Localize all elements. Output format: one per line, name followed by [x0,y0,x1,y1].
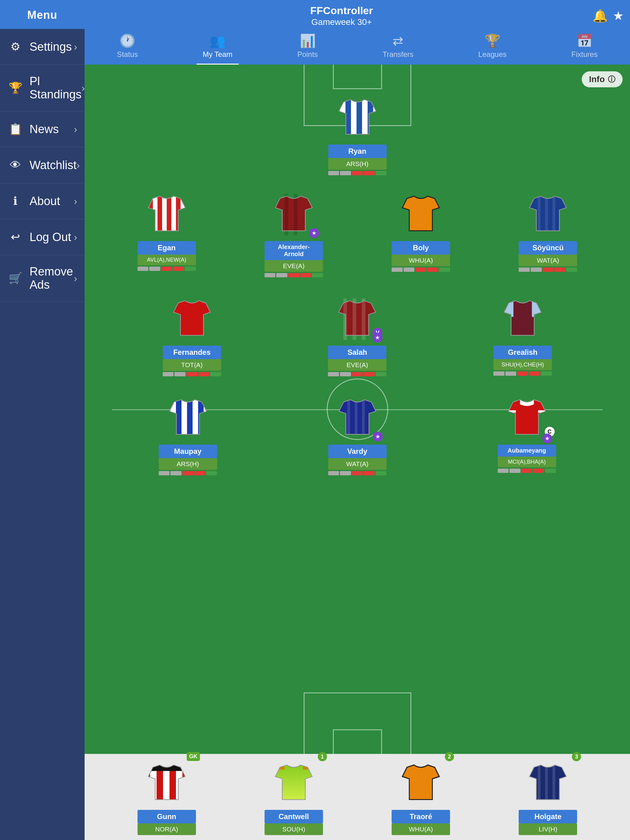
shirt-soyuncu [523,190,573,239]
player-card-grealish[interactable]: Grealish SHU(H),CHE(H) [492,295,553,376]
status-icon: 🕐 [119,33,135,48]
eye-icon: 👁 [7,157,24,173]
star-icon[interactable]: ★ [613,9,624,23]
svg-rect-22 [187,398,193,439]
sidebar-item-about[interactable]: ℹ About › [0,183,85,219]
player-name: Gunn [138,810,196,823]
leagues-icon: 🏆 [484,33,500,48]
player-fixture: LIV(H) [519,823,577,835]
tab-transfers[interactable]: ⇄ Transfers [377,30,419,65]
score-bar [392,267,450,272]
player-card-holgate[interactable]: 3 Holgate LIV(H) [517,759,579,835]
sidebar: Menu ⚙ Settings › 🏆 Pl Standings › 📋 New… [0,0,85,840]
chevron-right-icon: › [74,273,77,284]
bench-num-badge: 2 [445,752,454,761]
sidebar-item-watchlist[interactable]: 👁 Watchlist › [0,147,85,183]
tab-label: Transfers [383,50,413,59]
sidebar-item-label: Watchlist [30,159,77,172]
svg-rect-33 [182,763,189,804]
svg-rect-0 [334,98,340,139]
info-circle-icon: ⓘ [608,74,615,84]
info-button[interactable]: Info ⓘ [582,71,623,87]
player-card-fernandes[interactable]: Fernandes TOT(A) [161,295,223,376]
player-fixture: EVE(A) [328,359,386,371]
svg-rect-37 [538,763,540,804]
player-card-soyuncu[interactable]: Söyüncü WAT(A) [517,190,579,272]
main-area: FFController Gameweek 30+ 🔔 ★ 🕐 Status 👥… [85,0,630,840]
shirt-salah: V ★ [332,295,382,344]
shirt-holgate [523,759,573,808]
player-fixture: ARS(H) [328,158,387,170]
chevron-right-icon: › [82,82,85,94]
player-fixture: WAT(A) [519,254,577,266]
trophy-icon: 🏆 [7,80,24,96]
player-card-maupay[interactable]: Maupay ARS(H) [157,393,219,475]
tab-status[interactable]: 🕐 Status [111,30,144,65]
tab-my-team[interactable]: 👥 My Team [196,30,239,65]
tab-fixtures[interactable]: 📅 Fixtures [565,30,603,65]
svg-rect-11 [294,194,298,235]
tab-label: Status [117,50,138,59]
svg-rect-12 [538,194,540,235]
player-card-egan[interactable]: Egan AVL(A),NEW(A) [136,190,198,271]
sidebar-item-settings[interactable]: ⚙ Settings › [0,29,85,65]
star-badge: ★ [372,333,382,343]
player-name: Holgate [519,810,577,823]
points-icon: 📊 [300,33,316,48]
chevron-right-icon: › [74,196,77,207]
transfers-icon: ⇄ [393,33,403,48]
nav-tabs: 🕐 Status 👥 My Team 📊 Points ⇄ Transfers … [85,27,630,65]
bell-icon[interactable]: 🔔 [592,9,608,23]
svg-rect-8 [171,194,176,235]
score-bar [138,267,196,271]
player-name: Maupay [159,445,217,458]
chevron-right-icon: › [74,232,77,243]
score-bar [328,372,386,376]
svg-rect-20 [165,398,171,439]
shirt-fernandes [167,295,217,344]
player-fixture: NOR(A) [138,823,196,835]
info-icon: ℹ [7,193,24,209]
tab-label: Fixtures [571,50,597,59]
sidebar-item-standings[interactable]: 🏆 Pl Standings › [0,65,85,111]
player-card-alexander-arnold[interactable]: ★ Alexander-Arnold EVE(A) [263,190,324,277]
sidebar-item-remove-ads[interactable]: 🛒 Remove Ads › [0,255,85,302]
player-card-gunn[interactable]: GK [136,759,198,835]
player-name: Fernandes [163,346,221,359]
news-icon: 📋 [7,121,24,137]
player-card-ryan[interactable]: Ryan ARS(H) [327,93,388,175]
score-bar [498,469,556,473]
svg-rect-24 [209,398,211,439]
sidebar-item-news[interactable]: 📋 News › [0,111,85,147]
score-bar [159,471,217,475]
player-card-traore[interactable]: 2 Traoré WHU(A) [390,759,451,835]
topbar: FFController Gameweek 30+ 🔔 ★ 🕐 Status 👥… [85,0,630,65]
mid-row: Fernandes TOT(A) [85,292,630,379]
svg-rect-38 [545,763,548,804]
cart-icon: 🛒 [7,270,24,286]
player-card-cantwell[interactable]: 1 [263,759,324,835]
shirt-grealish [498,295,547,344]
fwd-row: Maupay ARS(H) [85,391,630,478]
chevron-right-icon: › [74,41,77,52]
player-name: Grealish [494,346,552,359]
player-name: Ryan [328,145,387,158]
football-field: Info ⓘ [85,65,630,754]
player-card-vardy[interactable]: ★ Vardy WAT(A) [327,393,388,475]
field-header: Info ⓘ [85,68,630,87]
tab-leagues[interactable]: 🏆 Leagues [472,30,513,65]
player-card-salah[interactable]: V ★ Salah EVE(A) [326,295,388,376]
fixtures-icon: 📅 [576,33,592,48]
player-card-aubameyang[interactable]: C ★ Aubameyang MCI(A),BHA(A) [496,393,558,473]
sidebar-item-label: Settings [30,40,74,54]
tab-label: Points [297,50,318,59]
info-label: Info [589,74,605,84]
topbar-icons: 🔔 ★ [592,9,624,23]
sidebar-item-logout[interactable]: ↩ Log Out › [0,219,85,255]
player-card-boly[interactable]: Boly WHU(A) [390,190,451,272]
score-bar [494,371,552,376]
tab-points[interactable]: 📊 Points [291,30,324,65]
sidebar-item-label: Pl Standings [30,75,82,101]
player-fixture: SHU(H),CHE(H) [494,359,552,370]
player-fixture: MCI(A),BHA(A) [498,456,556,467]
